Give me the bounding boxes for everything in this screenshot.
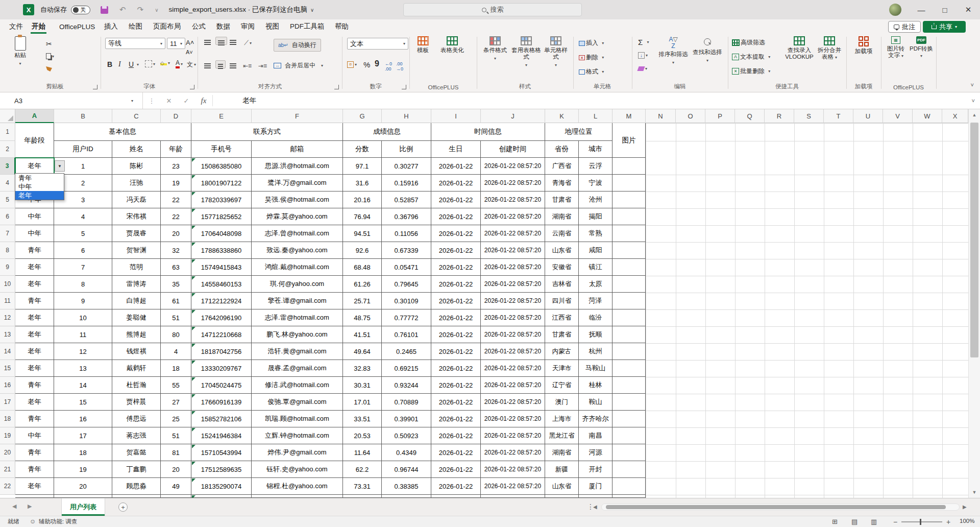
cell-L17[interactable]: 鞍山 bbox=[579, 394, 612, 411]
cell-L14[interactable]: 杭州 bbox=[579, 343, 612, 360]
save-icon[interactable] bbox=[101, 6, 108, 14]
cell-L16[interactable]: 桂林 bbox=[579, 377, 612, 394]
ribbon-tab-PDF工具箱[interactable]: PDF工具箱 bbox=[288, 19, 327, 34]
cell-A10[interactable]: 老年 bbox=[15, 276, 54, 293]
increase-font-icon[interactable]: A˄ bbox=[186, 39, 194, 46]
cell-D22[interactable]: 49 bbox=[161, 478, 191, 495]
title-chevron-icon[interactable]: ∨ bbox=[310, 7, 314, 13]
insert-function-icon[interactable]: fx bbox=[195, 97, 212, 105]
cell-H4[interactable]: 0.15916 bbox=[382, 175, 431, 191]
cell-D16[interactable]: 55 bbox=[161, 377, 191, 394]
font-dialog-launcher-icon[interactable] bbox=[190, 85, 194, 89]
ribbon-tab-帮助[interactable]: 帮助 bbox=[333, 19, 351, 34]
number-format-select[interactable]: 文本▾ bbox=[347, 38, 408, 50]
cell-F13[interactable]: 鹏飞.林@yahoo.com bbox=[252, 326, 343, 343]
row-header-21[interactable]: 21 bbox=[0, 461, 15, 478]
increase-indent-icon[interactable]: ⇥≡ bbox=[258, 62, 267, 69]
cell-K9[interactable]: 安徽省 bbox=[545, 259, 579, 276]
cell-D11[interactable]: 61 bbox=[161, 293, 191, 309]
cell-M15[interactable] bbox=[612, 360, 646, 377]
header-group-时间信息[interactable]: 时间信息 bbox=[431, 123, 545, 141]
cell-C17[interactable]: 贾梓晨 bbox=[112, 394, 161, 411]
cell-J19[interactable]: 2026-01-22 08:57:20 bbox=[481, 427, 545, 444]
cell-I14[interactable]: 2026-01-22 bbox=[431, 343, 481, 360]
cut-button[interactable]: ✂ bbox=[46, 40, 52, 48]
cell-C15[interactable]: 戴鹤轩 bbox=[112, 360, 161, 377]
cell-C21[interactable]: 丁鑫鹏 bbox=[112, 461, 161, 478]
borders-button[interactable]: ▾ bbox=[145, 60, 155, 67]
cell-H6[interactable]: 0.36796 bbox=[382, 208, 431, 225]
cell-C6[interactable]: 宋伟祺 bbox=[112, 208, 161, 225]
cell-K7[interactable]: 云南省 bbox=[545, 225, 579, 242]
cell-B17[interactable]: 15 bbox=[54, 394, 112, 411]
cell-L13[interactable]: 抚顺 bbox=[579, 326, 612, 343]
header-sub-邮箱[interactable]: 邮箱 bbox=[252, 141, 343, 158]
insert-cells-button[interactable]: 插入 ▾ bbox=[579, 39, 604, 47]
col-header-H[interactable]: H bbox=[382, 109, 431, 123]
add-sheet-button[interactable]: + bbox=[118, 502, 128, 512]
cell-L3[interactable]: 云浮 bbox=[579, 158, 612, 175]
cell-D13[interactable]: 80 bbox=[161, 326, 191, 343]
cell-A17[interactable]: 老年 bbox=[15, 394, 54, 411]
cell-M13[interactable] bbox=[612, 326, 646, 343]
cell-F18[interactable]: 凯瑞.顾@hotmail.com bbox=[252, 411, 343, 427]
cell-H22[interactable]: 0.38385 bbox=[382, 478, 431, 495]
cell-C19[interactable]: 蒋志强 bbox=[112, 427, 161, 444]
cell-F23[interactable] bbox=[252, 495, 343, 498]
cell-L18[interactable]: 齐齐哈尔 bbox=[579, 411, 612, 427]
ribbon-tab-审阅[interactable]: 审阅 bbox=[239, 19, 257, 34]
col-header-F[interactable]: F bbox=[252, 109, 343, 123]
italic-button[interactable]: I bbox=[118, 60, 121, 68]
cell-E20[interactable]: 15710543994 bbox=[191, 444, 252, 461]
cell-H16[interactable]: 0.93244 bbox=[382, 377, 431, 394]
col-header-I[interactable]: I bbox=[431, 109, 481, 123]
document-title[interactable]: simple_export_users.xlsx · 已保存到这台电脑 bbox=[168, 5, 307, 14]
cell-C16[interactable]: 杜哲瀚 bbox=[112, 377, 161, 394]
cell-C11[interactable]: 白博超 bbox=[112, 293, 161, 309]
accessibility-status[interactable]: 辅助功能: 调查 bbox=[39, 518, 77, 525]
horizontal-scrollbar[interactable] bbox=[601, 504, 960, 511]
cell-F14[interactable]: 浩轩.黄@gmail.com bbox=[252, 343, 343, 360]
header-group-基本信息[interactable]: 基本信息 bbox=[54, 123, 191, 141]
cell-E6[interactable]: 15771825652 bbox=[191, 208, 252, 225]
cell-J21[interactable]: 2026-01-22 08:57:20 bbox=[481, 461, 545, 478]
header-sub-创建时间[interactable]: 创建时间 bbox=[481, 141, 545, 158]
cell-K22[interactable]: 山东省 bbox=[545, 478, 579, 495]
redo-icon[interactable]: ↷ bbox=[137, 5, 144, 14]
cell-A6[interactable]: 中年 bbox=[15, 208, 54, 225]
wrap-text-button[interactable]: ab↵ 自动换行 bbox=[274, 39, 321, 52]
header-age-group[interactable]: 年龄段 bbox=[15, 123, 54, 158]
row-header-12[interactable]: 12 bbox=[0, 309, 15, 326]
cell-K17[interactable]: 澳门 bbox=[545, 394, 579, 411]
header-sub-分数[interactable]: 分数 bbox=[343, 141, 382, 158]
cell-D5[interactable]: 22 bbox=[161, 191, 191, 208]
row-header-8[interactable]: 8 bbox=[0, 242, 15, 259]
cell-J18[interactable]: 2026-01-22 08:57:20 bbox=[481, 411, 545, 427]
cell-H19[interactable]: 0.50923 bbox=[382, 427, 431, 444]
cell-L23[interactable] bbox=[579, 495, 612, 498]
cell-M17[interactable] bbox=[612, 394, 646, 411]
cell-J6[interactable]: 2026-01-22 08:57:20 bbox=[481, 208, 545, 225]
cell-I21[interactable]: 2026-01-22 bbox=[431, 461, 481, 478]
cell-K12[interactable]: 江西省 bbox=[545, 309, 579, 326]
header-group-联系方式[interactable]: 联系方式 bbox=[191, 123, 343, 141]
cell-K6[interactable]: 湖南省 bbox=[545, 208, 579, 225]
cell-L12[interactable]: 临汾 bbox=[579, 309, 612, 326]
cell-K20[interactable]: 湖南省 bbox=[545, 444, 579, 461]
cell-F7[interactable]: 志泽.曾@hotmail.com bbox=[252, 225, 343, 242]
cell-E16[interactable]: 17045024475 bbox=[191, 377, 252, 394]
cell-B11[interactable]: 9 bbox=[54, 293, 112, 309]
cell-E17[interactable]: 17660916139 bbox=[191, 394, 252, 411]
cell-H17[interactable]: 0.70889 bbox=[382, 394, 431, 411]
cell-M12[interactable] bbox=[612, 309, 646, 326]
cell-E23[interactable] bbox=[191, 495, 252, 498]
cell-D12[interactable]: 51 bbox=[161, 309, 191, 326]
header-group-成绩信息[interactable]: 成绩信息 bbox=[343, 123, 431, 141]
cell-G21[interactable]: 62.2 bbox=[343, 461, 382, 478]
cell-I10[interactable]: 2026-01-22 bbox=[431, 276, 481, 293]
cell-D18[interactable]: 25 bbox=[161, 411, 191, 427]
cell-M23[interactable] bbox=[612, 495, 646, 498]
cell-I12[interactable]: 2026-01-22 bbox=[431, 309, 481, 326]
image-to-text-button[interactable]: ▦图片转文字 ▾ bbox=[884, 36, 908, 59]
cell-E18[interactable]: 15852782106 bbox=[191, 411, 252, 427]
